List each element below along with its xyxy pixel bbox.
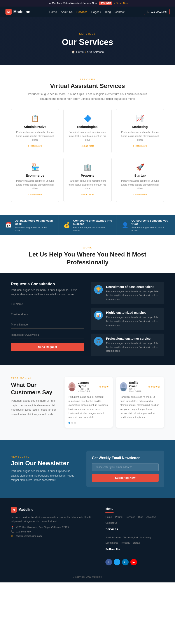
- services-title: Virtual Assistant Services: [11, 82, 164, 90]
- stats-bar: 📅 Get back hours of time each week Partu…: [0, 215, 175, 235]
- subscribe-button[interactable]: Subscribe Now: [92, 474, 158, 482]
- feature-title-0: Recruitment of passionate talent: [106, 285, 161, 288]
- service-icon-5: 🚀: [120, 163, 159, 171]
- testimonials-cards: Lennon Byrne GENERAL MANAGER ★★★★ Partur…: [65, 377, 164, 428]
- footer-link-blog[interactable]: Blog: [138, 516, 143, 518]
- social-linkedin[interactable]: in: [122, 559, 129, 566]
- top-bar: Use Our New Virtual Assistant Service No…: [0, 0, 175, 6]
- feature-icon-2: 🎧: [94, 337, 103, 346]
- work-title: Let Us Help You Where You Need It Most P…: [11, 250, 164, 266]
- service-readmore-1[interactable]: Read More: [81, 144, 94, 148]
- service-desc-4: Parturient augue sed morbi ut nunc turpi…: [68, 179, 107, 190]
- testimonial-role-0: GENERAL MANAGER: [78, 388, 97, 393]
- testimonial-text-0: Parturient augue sed mi morbi ut nunc tu…: [68, 395, 109, 419]
- social-twitter[interactable]: t: [114, 559, 120, 566]
- testimonial-name-0: Lennon Byrne: [78, 381, 97, 388]
- service-desc-3: Parturient augue sed morbi ut nunc turpi…: [16, 179, 55, 190]
- footer-email-text: codiyrer@madeline.com: [16, 535, 42, 537]
- footer: M Madeline Lectus ac pulvinar tincidunt …: [0, 498, 175, 582]
- phone-input[interactable]: [11, 321, 84, 328]
- stat-text-0: Get back hours of time each week Parturi…: [15, 219, 54, 232]
- nav-about[interactable]: About Us: [61, 10, 72, 14]
- service-readmore-4[interactable]: Read More: [81, 193, 94, 196]
- footer-svc-admin[interactable]: Administrative: [105, 536, 120, 539]
- footer-link-services[interactable]: Services: [126, 516, 135, 518]
- footer-menu-links: Home Pricing Services Blog About Us Cont…: [105, 516, 164, 524]
- footer-svc-startup[interactable]: Startup: [132, 542, 140, 544]
- testimonials-section: TESTIMONIAL What Our Customers Say Partu…: [0, 365, 175, 440]
- service-desc-5: Parturient augue sed morbi ut nunc turpi…: [120, 179, 159, 190]
- footer-svc-tech[interactable]: Technological: [123, 536, 138, 539]
- services-section: SERVICES Virtual Assistant Services Part…: [0, 65, 175, 215]
- offer-badge: 50% OFF: [99, 2, 112, 5]
- stat-desc-0: Parturient augue sed mi morbi unsun.: [15, 226, 54, 232]
- svg-point-3: [121, 388, 126, 391]
- dot-0: [68, 422, 70, 424]
- service-readmore-2[interactable]: Read More: [133, 144, 147, 148]
- logo: M Madeline: [6, 9, 30, 15]
- email-input[interactable]: [11, 311, 84, 318]
- social-facebook[interactable]: f: [105, 559, 112, 566]
- footer-link-contact[interactable]: Contact Us: [105, 522, 117, 524]
- service-title-5: Startup: [120, 174, 159, 177]
- stat-title-1: Compound time savings into success: [73, 219, 112, 226]
- phone-icon: 📞: [11, 530, 14, 533]
- services-label: SERVICES: [11, 78, 164, 81]
- testimonial-card-1: Emilia Owen SALES MANAGER ★★★★★ Parturie…: [116, 377, 164, 428]
- footer-link-pricing[interactable]: Pricing: [115, 516, 122, 518]
- feature-item-1: 📊 Highly customized matches Parturient a…: [91, 308, 164, 330]
- service-select[interactable]: Requested VA Service 1: [11, 331, 84, 339]
- newsletter-desc: Parturient augue sed mi morbi ut nunc tu…: [11, 469, 78, 482]
- footer-menu-col: Menu Home Pricing Services Blog About Us…: [105, 507, 164, 566]
- service-readmore-5[interactable]: Read More: [133, 193, 147, 196]
- footer-svc-marketing[interactable]: Marketing: [140, 536, 151, 539]
- feature-desc-0: Parturient augue sed mi morbi ut nunc tu…: [106, 290, 161, 301]
- topbar-text: Use Our New Virtual Assistant Service No…: [47, 2, 97, 5]
- breadcrumb-home[interactable]: Home: [76, 50, 84, 54]
- testimonials-left: TESTIMONIAL What Our Customers Say Partu…: [11, 377, 59, 419]
- social-links: f t in ▶: [105, 559, 164, 566]
- nav-pages[interactable]: Pages: [91, 10, 101, 14]
- nav-services[interactable]: Services: [77, 10, 88, 14]
- svg-point-2: [122, 384, 125, 388]
- stat-text-1: Compound time savings into success Partu…: [73, 219, 112, 232]
- service-readmore-3[interactable]: Read More: [28, 193, 42, 196]
- stat-title-2: Outsource to someone you trust: [131, 219, 171, 226]
- order-now-link[interactable]: › Order Now: [114, 2, 128, 5]
- testimonial-header-0: Lennon Byrne GENERAL MANAGER ★★★★: [68, 381, 109, 393]
- footer-email: ✉ codiyrer@madeline.com: [11, 535, 99, 538]
- feature-text-0: Recruitment of passionate talent Parturi…: [106, 285, 161, 301]
- stat-icon-0: 📅: [4, 222, 12, 228]
- newsletter-email-input[interactable]: [92, 463, 158, 471]
- footer-link-home[interactable]: Home: [105, 516, 112, 518]
- service-desc-0: Parturient augue sed morbi ut nunc turpi…: [16, 130, 55, 142]
- send-request-button[interactable]: Send Request: [11, 343, 84, 351]
- feature-icon-1: 📊: [94, 311, 103, 320]
- fullname-input[interactable]: [11, 300, 84, 308]
- social-youtube[interactable]: ▶: [130, 559, 137, 566]
- footer-link-about[interactable]: About Us: [146, 516, 156, 518]
- stat-desc-2: Parturient augue sed mi morbi unsun.: [131, 226, 171, 232]
- testimonial-info-1: Emilia Owen SALES MANAGER: [129, 381, 146, 393]
- nav-blog[interactable]: Blog: [105, 10, 111, 14]
- testimonial-stars-0: ★★★★: [99, 385, 109, 388]
- breadcrumb-separator: ›: [85, 50, 86, 54]
- consult-title: Request a Consultation: [11, 282, 84, 286]
- service-icon-1: 🔷: [68, 114, 107, 122]
- hero-title: Our Services: [4, 38, 171, 47]
- footer-services-title: Services: [105, 528, 118, 533]
- footer-svc-ecom[interactable]: Ecommerce: [105, 542, 118, 544]
- services-grid: 📋 Administrative Parturient augue sed mo…: [11, 109, 164, 202]
- nav-contact[interactable]: Contact: [115, 10, 124, 14]
- footer-bottom: © Copyright 2021 Madeline.: [11, 572, 164, 578]
- svg-point-0: [70, 384, 74, 388]
- footer-svc-property[interactable]: Property: [121, 542, 130, 544]
- footer-services-links: Administrative Technological Marketing E…: [105, 536, 164, 544]
- service-card-3: 🏪 Ecommerce Parturient augue sed morbi u…: [11, 158, 59, 202]
- nav-home[interactable]: Home: [49, 10, 57, 14]
- testimonials-label: TESTIMONIAL: [11, 377, 59, 380]
- phone-button[interactable]: 021 0002 345: [144, 9, 169, 15]
- address-icon: 📍: [11, 526, 14, 529]
- service-title-4: Property: [68, 174, 107, 177]
- service-readmore-0[interactable]: Read More: [28, 144, 42, 148]
